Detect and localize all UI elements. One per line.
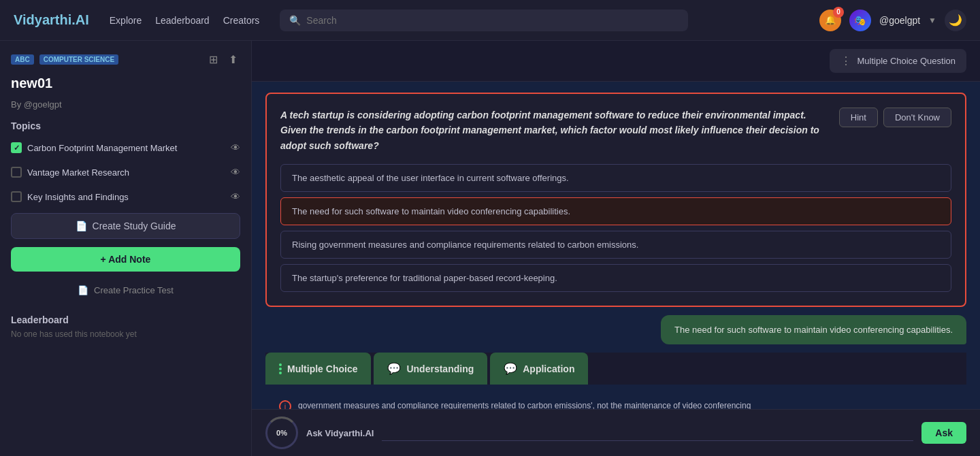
answer-bubble: The need for such software to maintain v… [661,315,966,344]
topic-name-2: Key Insights and Findings [27,192,129,202]
notebook-author: By @goelgpt [11,99,240,110]
topic-item-1: Vantage Market Research 👁 [11,164,240,180]
answer-option-0[interactable]: The aesthetic appeal of the user interfa… [280,164,951,192]
explanation-text: government measures and compliance requi… [298,400,751,409]
tab-application[interactable]: 💬 Application [490,353,588,385]
create-study-guide-button[interactable]: 📄 Create Study Guide [11,213,240,239]
header: Vidyarthi.AI Explore Leaderboard Creator… [0,0,980,41]
answer-option-3[interactable]: The startup's preference for traditional… [280,264,951,292]
logo-accent: .AI [71,12,89,27]
topic-name-0: Carbon Footprint Management Market [27,143,177,153]
tab-multiple-choice[interactable]: Multiple Choice [265,353,371,385]
sidebar: ABC COMPUTER SCIENCE ⊞ ⬆ new01 By @goelg… [0,41,252,456]
nav-leaderboard[interactable]: Leaderboard [155,15,209,26]
notification-badge[interactable]: 🔔 0 [819,10,841,31]
create-practice-test-button[interactable]: 📄 Create Practice Test [11,280,240,301]
main-layout: ABC COMPUTER SCIENCE ⊞ ⬆ new01 By @goelg… [0,41,980,456]
ask-button[interactable]: Ask [921,422,966,444]
topic-eye-1[interactable]: 👁 [231,167,240,178]
tab-multiple-choice-label: Multiple Choice [287,363,357,374]
user-avatar: 🎭 [849,10,871,31]
topic-item-0: Carbon Footprint Management Market 👁 [11,140,240,156]
nav-creators[interactable]: Creators [223,15,260,26]
leaderboard-title: Leaderboard [11,314,240,325]
dont-know-button[interactable]: Don't Know [883,108,951,127]
ask-input[interactable] [382,425,913,441]
question-card: Hint Don't Know A tech startup is consid… [265,93,966,307]
info-icon: i [279,400,291,409]
sidebar-layout-icon[interactable]: ⊞ [206,52,220,67]
tab-understanding-label: Understanding [406,363,474,374]
search-icon: 🔍 [289,15,301,26]
logo-text: Vidyarthi [14,12,71,27]
hint-button[interactable]: Hint [839,108,878,127]
tab-multiple-choice-icon [279,363,282,374]
leaderboard-section: Leaderboard No one has used this noteboo… [11,314,240,339]
question-area: Hint Don't Know A tech startup is consid… [252,82,980,409]
nav: Explore Leaderboard Creators [110,15,260,26]
tab-understanding-icon: 💬 [387,362,401,375]
mcq-badge: ⋮ Multiple Choice Question [830,49,966,73]
answer-option-2[interactable]: Rising government measures and complianc… [280,231,951,259]
topic-checkbox-1[interactable] [11,167,22,178]
logo: Vidyarthi.AI [14,12,89,28]
practice-test-label: Create Practice Test [94,285,174,295]
bottom-section: Multiple Choice 💬 Understanding 💬 Applic… [265,353,966,385]
progress-label: 0% [276,429,287,437]
search-bar: 🔍 [280,10,688,31]
topic-eye-2[interactable]: 👁 [231,191,240,202]
topic-checkbox-0[interactable] [11,142,22,153]
tab-row: Multiple Choice 💬 Understanding 💬 Applic… [265,353,966,385]
topic-eye-0[interactable]: 👁 [231,142,240,153]
tab-application-icon: 💬 [504,362,517,375]
add-note-button[interactable]: + Add Note [11,247,240,272]
theme-toggle-button[interactable]: 🌙 [945,10,966,31]
ask-row: 0% Ask Vidyarthi.AI Ask [252,409,980,456]
user-name[interactable]: @goelgpt [879,15,920,26]
notebook-title: new01 [11,76,240,91]
search-input[interactable] [306,15,679,26]
sidebar-share-icon[interactable]: ⬆ [226,52,240,67]
study-guide-label: Create Study Guide [93,221,176,231]
nav-explore[interactable]: Explore [110,15,142,26]
tag-cs: COMPUTER SCIENCE [39,54,118,65]
add-note-label: + Add Note [101,254,151,265]
tag-abc: ABC [11,54,34,65]
topic-item-2: Key Insights and Findings 👁 [11,189,240,205]
answer-option-1[interactable]: The need for such software to maintain v… [280,197,951,225]
notification-count: 0 [833,7,844,18]
progress-circle: 0% [265,417,298,449]
explanation-bar: i government measures and compliance req… [265,393,966,409]
tag-row: ABC COMPUTER SCIENCE ⊞ ⬆ [11,52,240,67]
ask-label: Ask Vidyarthi.AI [306,428,374,438]
tab-application-label: Application [523,363,574,374]
tab-understanding[interactable]: 💬 Understanding [374,353,487,385]
top-bar: ⋮ Multiple Choice Question [252,41,980,82]
sidebar-controls: ⊞ ⬆ [206,52,240,67]
mcq-dots-icon: ⋮ [840,54,851,67]
study-guide-icon: 📄 [76,221,87,231]
user-chevron-icon: ▼ [928,16,936,25]
question-actions: Hint Don't Know [839,108,951,127]
mcq-label: Multiple Choice Question [857,56,956,66]
topic-name-1: Vantage Market Research [27,167,129,178]
topics-header: Topics [11,120,240,131]
topic-checkbox-2[interactable] [11,191,22,202]
header-right: 🔔 0 🎭 @goelgpt ▼ 🌙 [819,10,966,31]
practice-test-icon: 📄 [78,285,88,295]
leaderboard-empty: No one has used this notebook yet [11,329,240,339]
main-content: ⋮ Multiple Choice Question Hint Don't Kn… [252,41,980,456]
